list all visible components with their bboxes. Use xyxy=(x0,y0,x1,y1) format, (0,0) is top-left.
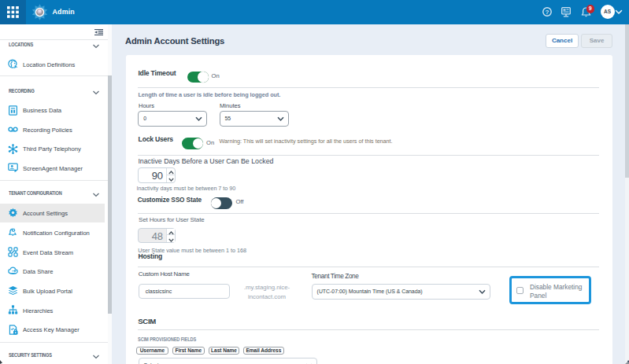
svg-text:?: ? xyxy=(546,9,549,16)
